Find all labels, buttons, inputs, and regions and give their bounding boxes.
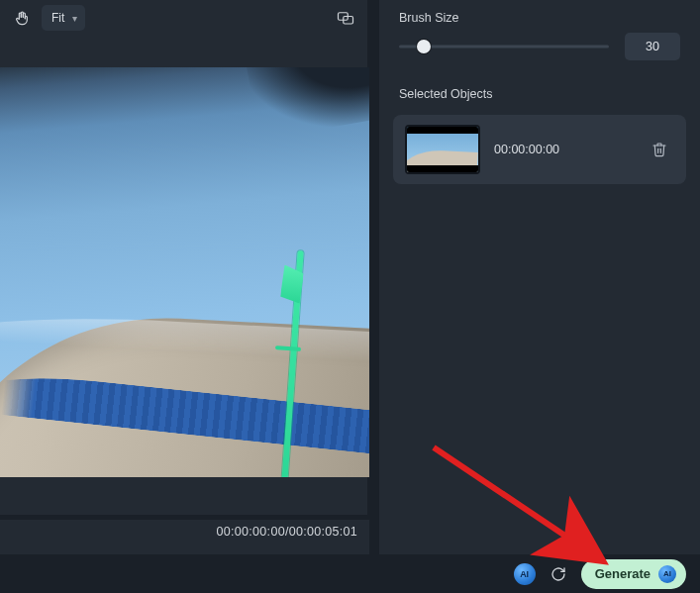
brush-size-control: 30 xyxy=(379,25,700,60)
ai-icon: AI xyxy=(658,565,676,583)
action-bar: AI Generate AI xyxy=(0,554,700,593)
preview-frame xyxy=(0,67,369,477)
selected-objects-label: Selected Objects xyxy=(379,60,700,111)
object-thumbnail xyxy=(405,125,480,174)
hand-icon xyxy=(14,10,30,26)
chevron-down-icon: ▾ xyxy=(72,13,77,24)
timecode-display: 00:00:00:00/00:00:05:01 xyxy=(217,525,357,539)
zoom-select-label: Fit xyxy=(51,11,64,25)
object-timecode: 00:00:00:00 xyxy=(494,143,631,156)
brush-size-value[interactable]: 30 xyxy=(625,33,680,60)
compare-button[interactable] xyxy=(332,5,359,31)
zoom-select[interactable]: Fit ▾ xyxy=(42,5,85,31)
delete-object-button[interactable] xyxy=(645,135,674,164)
brush-size-label: Brush Size xyxy=(379,0,700,25)
refresh-button[interactable] xyxy=(548,563,569,585)
compare-icon xyxy=(337,10,354,26)
trash-icon xyxy=(651,142,667,157)
selected-object-item[interactable]: 00:00:00:00 xyxy=(393,115,686,184)
generate-button[interactable]: Generate AI xyxy=(581,559,686,589)
preview-panel: Fit ▾ 00:00:00:00/00:00:05:01 xyxy=(0,0,369,554)
timeline-bar[interactable]: 00:00:00:00/00:00:05:01 xyxy=(0,515,369,554)
preview-toolbar: Fit ▾ xyxy=(0,0,367,36)
video-preview[interactable] xyxy=(0,67,369,477)
ai-badge-text: AI xyxy=(520,569,529,579)
scrub-track[interactable] xyxy=(0,515,369,520)
toolbar-left-group: Fit ▾ xyxy=(8,5,85,31)
inspector-panel: Brush Size 30 Selected Objects 00:00:00:… xyxy=(379,0,700,554)
ai-badge[interactable]: AI xyxy=(514,563,536,585)
generate-button-label: Generate xyxy=(595,566,650,581)
refresh-icon xyxy=(550,566,566,582)
brush-size-slider[interactable] xyxy=(399,37,609,56)
hand-tool-button[interactable] xyxy=(8,5,36,31)
slider-thumb[interactable] xyxy=(417,40,431,53)
